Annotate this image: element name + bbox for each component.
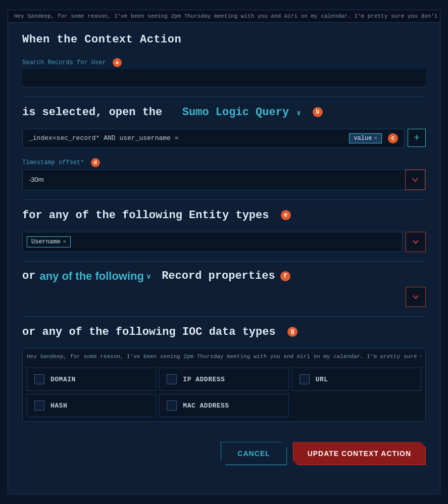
- add-query-button[interactable]: +: [408, 129, 426, 147]
- update-context-action-button[interactable]: UPDATE CONTEXT ACTION: [293, 442, 426, 465]
- search-label: Search Records for User a: [22, 58, 426, 67]
- ioc-checkbox-domain[interactable]: [34, 374, 44, 384]
- value-tag: value ×: [349, 133, 382, 143]
- timestamp-section: Timestamp offset* d: [22, 158, 426, 190]
- timestamp-field-wrapper: [22, 169, 426, 190]
- query-row: _index=sec_record* AND user_username = v…: [22, 129, 405, 148]
- ioc-label-url: URL: [316, 376, 328, 383]
- entity-row: Username ×: [22, 232, 403, 252]
- ioc-checkbox-ip[interactable]: [167, 374, 177, 384]
- chevron-down-icon-record: [412, 293, 420, 301]
- badge-g: g: [287, 327, 297, 337]
- badge-b: b: [313, 107, 323, 117]
- record-section: or any of the following ∨ Record propert…: [22, 270, 426, 307]
- ioc-item-ip[interactable]: IP ADDRESS: [159, 368, 288, 391]
- record-heading: or any of the following ∨ Record propert…: [22, 270, 426, 283]
- ioc-item-mac[interactable]: MAC ADDRESS: [159, 394, 288, 417]
- chevron-down-icon-entity: [412, 238, 420, 246]
- timestamp-label: Timestamp offset* d: [22, 158, 426, 167]
- timestamp-chevron-button[interactable]: [405, 170, 425, 190]
- ioc-checkbox-url[interactable]: [300, 374, 310, 384]
- badge-a: a: [113, 58, 122, 67]
- open-section-heading: is selected, open the Sumo Logic Query ∨…: [22, 105, 426, 121]
- search-section: Search Records for User a: [22, 58, 426, 87]
- notification-text: Hey Sandeep, for some reason, I've been …: [14, 13, 440, 19]
- ioc-notification: Hey Sandeep, for some reason, I've been …: [27, 352, 421, 364]
- page-title: When the Context Action: [22, 33, 426, 46]
- entity-tag: Username ×: [27, 236, 71, 247]
- ioc-item-hash[interactable]: HASH: [27, 394, 156, 417]
- ioc-checkbox-hash[interactable]: [34, 400, 44, 411]
- value-tag-close[interactable]: ×: [374, 135, 377, 141]
- entity-heading: for any of the following Entity types e: [22, 208, 426, 224]
- ioc-label-mac: MAC ADDRESS: [183, 402, 229, 410]
- ioc-item-domain[interactable]: DOMAIN: [27, 368, 156, 391]
- ioc-label-hash: HASH: [51, 402, 67, 410]
- entity-chevron-button[interactable]: [406, 232, 426, 252]
- sumo-logic-query-link[interactable]: Sumo Logic Query: [182, 106, 289, 119]
- query-prefix: _index=sec_record* AND user_username =: [29, 134, 336, 142]
- cancel-button[interactable]: CANCEL: [221, 442, 286, 465]
- badge-d: d: [91, 158, 100, 167]
- notification-bar: Hey Sandeep, for some reason, I've been …: [8, 10, 440, 23]
- chevron-down-icon: [411, 176, 419, 184]
- badge-f: f: [280, 271, 290, 281]
- record-chevron-button[interactable]: [406, 287, 426, 307]
- badge-e: e: [281, 210, 291, 220]
- ioc-grid: DOMAIN IP ADDRESS URL: [27, 368, 421, 391]
- ioc-checkbox-mac[interactable]: [167, 400, 177, 411]
- ioc-label-ip: IP ADDRESS: [183, 376, 225, 383]
- timestamp-input[interactable]: [23, 171, 405, 188]
- record-dropdown-button[interactable]: any of the following ∨: [38, 270, 152, 283]
- sumo-dropdown-caret[interactable]: ∨: [296, 109, 301, 117]
- badge-c: c: [388, 133, 398, 143]
- ioc-grid-row2: HASH MAC ADDRESS: [27, 394, 421, 417]
- record-caret-icon: ∨: [146, 272, 151, 280]
- entity-tag-close[interactable]: ×: [63, 239, 67, 245]
- ioc-heading: or any of the following IOC data types g: [22, 325, 426, 340]
- search-input[interactable]: [22, 69, 426, 87]
- ioc-label-domain: DOMAIN: [51, 376, 76, 383]
- footer-actions: CANCEL UPDATE CONTEXT ACTION: [22, 434, 426, 465]
- ioc-item-url[interactable]: URL: [292, 368, 421, 391]
- ioc-section: or any of the following IOC data types g…: [22, 325, 426, 422]
- entity-section: for any of the following Entity types e …: [22, 208, 426, 252]
